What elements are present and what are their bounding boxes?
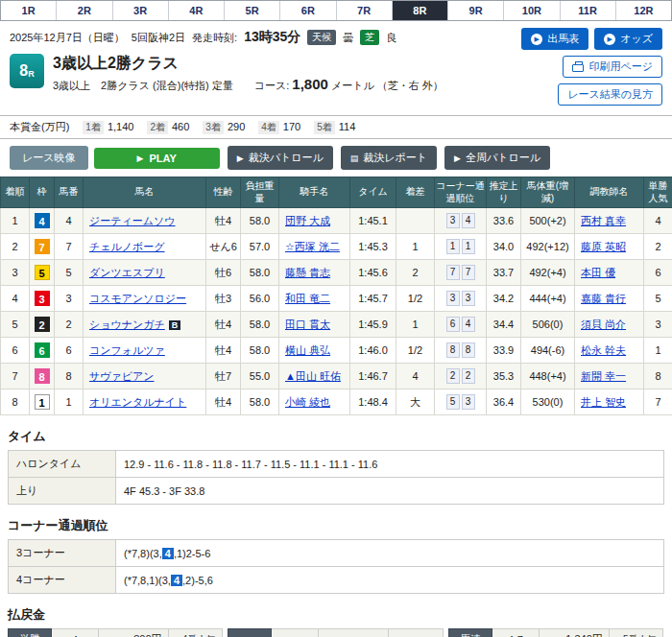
horse-number: 8 <box>55 364 84 389</box>
horse-weight: 500(+2) <box>521 208 575 234</box>
jockey-link[interactable]: ▲田山 旺佑 <box>285 370 341 382</box>
race-tab[interactable]: 10R <box>503 1 559 20</box>
trainer-cell: 本田 優 <box>575 260 644 286</box>
finish-position: 6 <box>1 338 30 364</box>
race-video-button[interactable]: レース映像 <box>10 146 88 170</box>
jockey-cell: 藤懸 貴志 <box>279 260 350 286</box>
corner3-position: 2 <box>446 368 460 384</box>
result-row: 3 5 5 ダンツエスプリ 牡6 58.0 藤懸 貴志 1:45.6 2 <box>1 260 672 286</box>
jockey-link[interactable]: 田口 貫太 <box>285 318 330 330</box>
turf-label-badge: 芝 <box>360 30 379 45</box>
horse-name-cell: サヴァビアン <box>84 364 206 389</box>
print-page-label: 印刷用ページ <box>588 59 653 74</box>
corner3-position: 3 <box>446 291 460 306</box>
prize-amount: 1,140 <box>108 121 134 132</box>
win-popularity: 2 <box>644 234 672 260</box>
video-camera-icon: ▶ <box>237 153 244 163</box>
horse-name-link[interactable]: ジーティームソウ <box>89 215 176 226</box>
odds-button[interactable]: ▶ オッズ <box>594 28 662 50</box>
quinella-row: 馬連 4-7 1,340円 5番人気 <box>449 629 663 637</box>
jockey-link[interactable]: 横山 典弘 <box>285 344 330 356</box>
trainer-link[interactable]: 松永 幹夫 <box>581 344 626 356</box>
quinella-combo: 4-7 <box>492 629 540 637</box>
horse-number: 2 <box>55 312 84 338</box>
prize-item: 4着 170 <box>258 121 300 134</box>
entries-button[interactable]: ▶ 出馬表 <box>521 28 588 50</box>
race-tab[interactable]: 9R <box>447 1 503 20</box>
horse-name-link[interactable]: コスモアンソロジー <box>89 293 186 304</box>
race-tab[interactable]: 8R <box>392 1 447 20</box>
jockey-link[interactable]: ☆西塚 洸二 <box>285 241 340 252</box>
jockey-link[interactable]: 小崎 綾也 <box>285 396 330 408</box>
stewards-report-button[interactable]: ▤ 裁決レポート <box>341 146 437 170</box>
corner-positions: 22 <box>435 364 487 389</box>
corner-positions: 77 <box>435 260 487 286</box>
print-page-button[interactable]: 印刷用ページ <box>563 56 662 78</box>
horse-name-link[interactable]: ショウナンガチ <box>89 318 165 330</box>
race-tab[interactable]: 6R <box>279 1 335 20</box>
result-guide-button[interactable]: レース結果の見方 <box>558 83 662 106</box>
win-amount: 800円 <box>99 629 169 637</box>
jockey-cell: 和田 竜二 <box>279 286 350 312</box>
payout-table-exotics: 馬連 4-7 1,340円 5番人気 馬単 4-7 3,500円 13番人気 3… <box>448 628 664 637</box>
race-tab[interactable]: 11R <box>560 1 615 20</box>
horse-number: 4 <box>55 208 84 234</box>
jockey-link[interactable]: 団野 大成 <box>285 215 330 226</box>
all-round-patrol-button[interactable]: ▶ 全周パトロール <box>444 146 550 170</box>
prize-item: 5着 114 <box>314 121 355 134</box>
last-3f-time: 33.7 <box>487 260 521 286</box>
race-title-block: 3歳以上2勝クラス 3歳以上 2勝クラス (混合)(特指) 定量 コース: 1,… <box>53 54 444 93</box>
race-tab[interactable]: 3R <box>112 1 168 20</box>
finish-position: 8 <box>1 389 30 415</box>
trainer-link[interactable]: 井上 智史 <box>581 396 626 408</box>
horse-name-link[interactable]: チェルノボーグ <box>89 241 165 252</box>
trainer-link[interactable]: 本田 優 <box>581 267 615 278</box>
sex-age: 牡4 <box>206 389 241 415</box>
last-3f-time: 33.6 <box>487 208 521 234</box>
jockey-cell: ▲田山 旺佑 <box>279 364 350 389</box>
corner-order-table: 3コーナー (*7,8)(3,4,1)2-5-6 4コーナー (*7,8,1)(… <box>8 539 664 594</box>
start-time: 13時35分 <box>244 29 300 46</box>
sex-age: 牡6 <box>206 260 241 286</box>
race-tab[interactable]: 1R <box>1 1 56 20</box>
corner3-order-post: ,1)2-5-6 <box>174 548 211 559</box>
race-tab[interactable]: 4R <box>168 1 224 20</box>
horse-weight: 492(+4) <box>521 260 575 286</box>
margin: 1/2 <box>396 338 435 364</box>
frame-cell: 3 <box>30 286 55 312</box>
race-tab[interactable]: 2R <box>56 1 111 20</box>
horse-name-link[interactable]: オリエンタルナイト <box>89 396 186 408</box>
col-carried-weight: 負担重量 <box>241 177 279 208</box>
horse-name-link[interactable]: ダンツエスプリ <box>89 267 165 278</box>
col-last-3f: 推定上り <box>487 177 521 208</box>
stewards-patrol-button[interactable]: ▶ 裁決パトロール <box>228 146 333 170</box>
corner4-row: 4コーナー (*7,8,1)(3,4,2)-5,6 <box>9 567 664 594</box>
race-tab[interactable]: 12R <box>615 1 671 20</box>
horse-name-cell: オリエンタルナイト <box>84 389 206 415</box>
race-tab[interactable]: 7R <box>336 1 392 20</box>
jockey-link[interactable]: 藤懸 貴志 <box>285 267 330 278</box>
trainer-link[interactable]: 新開 幸一 <box>581 370 626 382</box>
race-number-suffix: R <box>28 69 35 79</box>
race-tab[interactable]: 5R <box>224 1 279 20</box>
win-popularity: 3 <box>644 312 672 338</box>
finish-position: 3 <box>1 260 30 286</box>
trainer-link[interactable]: 藤原 英昭 <box>581 241 626 252</box>
prize-item: 1着 1,140 <box>83 121 133 134</box>
frame-cell: 6 <box>30 338 55 364</box>
play-button[interactable]: ▶ PLAY <box>94 148 220 169</box>
horse-name-link[interactable]: コンフォルツァ <box>89 344 165 356</box>
trainer-link[interactable]: 西村 真幸 <box>581 215 626 226</box>
horse-name-link[interactable]: サヴァビアン <box>89 370 155 382</box>
win-popularity: 4番人気 <box>168 629 223 637</box>
win-combo: 4 <box>52 629 99 637</box>
trainer-link[interactable]: 嘉藤 貴行 <box>581 293 626 304</box>
col-frame: 枠 <box>30 177 55 208</box>
trainer-link[interactable]: 須貝 尚介 <box>581 318 626 330</box>
bracket-row: 枠連 <box>228 629 443 637</box>
corner3-label: 3コーナー <box>9 540 116 567</box>
corner-positions: 53 <box>435 389 487 415</box>
jockey-cell: ☆西塚 洸二 <box>279 234 350 260</box>
frame-cell: 7 <box>30 234 55 260</box>
jockey-link[interactable]: 和田 竜二 <box>285 293 330 304</box>
